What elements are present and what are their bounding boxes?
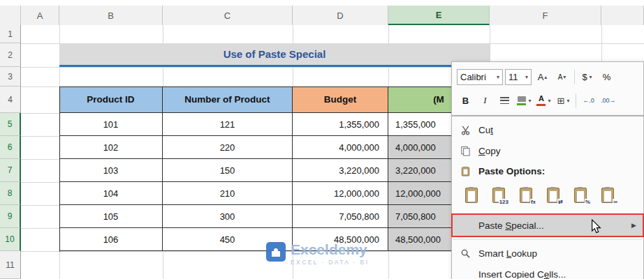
bold-button[interactable]: B	[457, 93, 474, 109]
cell-C7[interactable]: 150	[163, 159, 293, 182]
borders-icon: ⊞	[557, 96, 565, 106]
smart-lookup-icon	[458, 248, 473, 259]
excel-window: Use of Paste Special Product ID Number o…	[0, 0, 644, 279]
menu-item-copy[interactable]: Copy	[452, 140, 643, 161]
chevron-down-icon: ▾	[590, 74, 592, 80]
fill-color-button[interactable]: ▾	[515, 93, 533, 109]
paste-icon[interactable]	[460, 185, 483, 206]
cell-D7[interactable]: 3,220,000	[293, 159, 388, 182]
cell-D5[interactable]: 1,355,000	[293, 113, 388, 136]
cell-D6[interactable]: 4,000,000	[293, 136, 388, 159]
column-header-F[interactable]: F	[490, 6, 601, 25]
row-header-11[interactable]: 11	[0, 251, 21, 279]
chevron-down-icon: ▾	[497, 74, 499, 80]
cell-B4[interactable]: Product ID	[59, 86, 163, 113]
cell-B10[interactable]: 106	[59, 228, 163, 251]
italic-button[interactable]: I	[476, 93, 494, 109]
submenu-arrow-icon: ▶	[631, 222, 636, 229]
cell-D4[interactable]: Budget	[293, 86, 388, 113]
cell-B8[interactable]: 104	[59, 182, 163, 205]
cell-B5[interactable]: 101	[59, 113, 163, 136]
row-header-9-selected[interactable]: 9	[0, 205, 21, 228]
chevron-down-icon: ▾	[548, 98, 550, 104]
menu-divider	[453, 239, 642, 240]
chevron-down-icon: ▾	[566, 98, 569, 104]
row-header-3[interactable]: 3	[0, 67, 21, 86]
paste-formulas-icon[interactable]: fx	[515, 185, 537, 206]
paste-link-icon[interactable]: ∞	[597, 185, 619, 206]
menu-item-paste-special[interactable]: Paste Special... ▶	[452, 214, 643, 236]
increase-decimal-button[interactable]: ←.0	[580, 93, 597, 109]
mouse-cursor	[591, 219, 601, 236]
watermark-tagline: EXCEL · DATA · BI	[291, 259, 369, 266]
exceldemy-logo-icon	[266, 242, 286, 262]
cell-D8[interactable]: 12,000,000	[293, 182, 388, 205]
column-header-partial[interactable]	[601, 6, 644, 25]
font-color-button[interactable]: A ▾	[535, 93, 552, 109]
cell-C8[interactable]: 210	[163, 182, 293, 205]
cut-icon	[458, 125, 473, 135]
column-header-B[interactable]: B	[59, 6, 163, 25]
watermark-brand: Exceldemy	[291, 242, 369, 257]
column-header-C[interactable]: C	[163, 6, 293, 25]
center-align-icon	[500, 97, 509, 105]
row-header-8-selected[interactable]: 8	[0, 182, 21, 205]
caret-up-icon: ▴	[544, 74, 547, 80]
decrease-decimal-icon: .00→	[601, 97, 616, 104]
worksheet-title-cell[interactable]: Use of Paste Special	[59, 43, 490, 67]
row-header-4[interactable]: 4	[0, 86, 21, 113]
column-header-A[interactable]: A	[21, 6, 59, 25]
context-menu: Cut Copy Paste Options:	[451, 116, 644, 279]
cell-B9[interactable]: 105	[59, 205, 163, 228]
row-header-7-selected[interactable]: 7	[0, 159, 21, 182]
accounting-format-button[interactable]: $ ▾	[578, 69, 596, 85]
menu-item-paste-options: Paste Options:	[452, 161, 643, 181]
row-header-10-selected[interactable]: 10	[0, 228, 21, 251]
fill-color-icon	[517, 96, 526, 105]
font-name-select[interactable]: Calibri ▾	[457, 69, 503, 85]
center-align-button[interactable]	[496, 93, 513, 109]
mini-formatting-toolbar: Calibri ▾ 11 ▾ A ▴ A ▾ $ ▾ %	[451, 61, 644, 116]
cell-C6[interactable]: 220	[163, 136, 293, 159]
chevron-down-icon: ▾	[525, 74, 528, 80]
font-size-value: 11	[508, 72, 518, 82]
decrease-decimal-button[interactable]: .00→	[599, 93, 617, 109]
increase-font-size-button[interactable]: A ▴	[534, 69, 551, 85]
paste-options-row: 123 fx ⇄ % ∞	[452, 181, 643, 211]
cell-B6[interactable]: 102	[59, 136, 163, 159]
column-header-E-selected[interactable]: E	[388, 6, 490, 25]
caret-down-icon: ▾	[563, 74, 566, 80]
menu-item-smart-lookup[interactable]: Smart Lookup	[452, 243, 643, 264]
percent-style-button[interactable]: %	[598, 69, 615, 85]
cell-D9[interactable]: 7,050,800	[293, 205, 388, 228]
font-color-icon: A	[536, 95, 546, 106]
toolbar-divider	[574, 70, 575, 84]
row-header-6-selected[interactable]: 6	[0, 136, 21, 159]
exceldemy-watermark: Exceldemy EXCEL · DATA · BI	[266, 242, 369, 266]
borders-button[interactable]: ⊞ ▾	[555, 93, 572, 109]
cell-C4[interactable]: Number of Product	[163, 86, 293, 113]
increase-decimal-icon: ←.0	[583, 97, 594, 104]
toolbar-divider	[576, 93, 576, 108]
paste-values-formatting-icon[interactable]: %	[569, 185, 592, 206]
cell-C5[interactable]: 121	[163, 113, 293, 136]
chevron-down-icon: ▾	[528, 98, 531, 104]
cell-B7[interactable]: 103	[59, 159, 163, 182]
menu-item-insert-copied-cells[interactable]: Insert Copied Cells...	[452, 264, 643, 279]
font-name-value: Calibri	[460, 72, 486, 82]
copy-icon	[458, 146, 473, 156]
menu-item-cut[interactable]: Cut	[452, 119, 643, 140]
row-header-1[interactable]: 1	[0, 25, 21, 43]
clipboard-icon	[458, 166, 473, 176]
font-size-select[interactable]: 11 ▾	[505, 69, 532, 85]
cell-C9[interactable]: 300	[163, 205, 293, 228]
column-header-D[interactable]: D	[293, 6, 388, 25]
paste-transpose-icon[interactable]: ⇄	[542, 185, 564, 206]
paste-values-icon[interactable]: 123	[488, 185, 510, 206]
decrease-font-size-button[interactable]: A ▾	[553, 69, 571, 85]
select-all-corner[interactable]	[0, 6, 21, 25]
row-header-5-selected[interactable]: 5	[0, 113, 21, 136]
row-header-2[interactable]: 2	[0, 43, 21, 67]
